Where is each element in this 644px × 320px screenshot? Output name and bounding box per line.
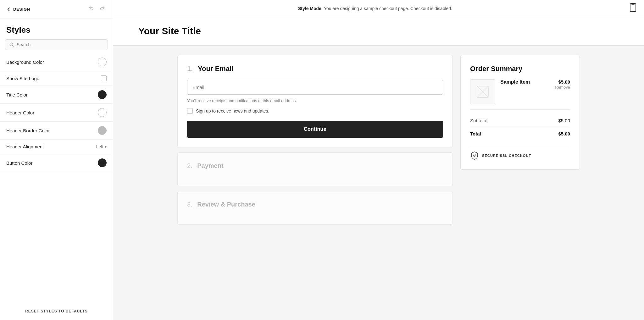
total-label: Total (470, 131, 481, 136)
styles-title: Styles (0, 19, 113, 39)
step2-title-text: Payment (197, 162, 223, 169)
signup-checkbox[interactable] (187, 108, 193, 114)
header-border-color-swatch[interactable] (98, 126, 107, 135)
chevron-down-icon: ▾ (105, 145, 107, 149)
back-arrow-icon (6, 7, 11, 12)
step1-number: 1. (187, 65, 193, 73)
item-placeholder-icon (476, 86, 489, 98)
header-color-label: Header Color (6, 110, 34, 115)
header-border-color-label: Header Border Color (6, 128, 50, 133)
step-email-title: 1. Your Email (187, 65, 443, 73)
style-items-list: Background Color Show Site Logo Title Co… (0, 53, 113, 172)
step-payment-section: 2. Payment (177, 152, 453, 186)
item-thumbnail (470, 79, 495, 104)
style-mode-desc: You are designing a sample checkout page… (324, 6, 452, 11)
signup-row: Sign up to receive news and updates. (187, 108, 443, 114)
order-item-row: Sample Item $5.00 Remove (470, 79, 570, 110)
top-bar: Style Mode You are designing a sample ch… (113, 0, 644, 17)
remove-item-button[interactable]: Remove (500, 85, 570, 90)
title-color-swatch[interactable] (98, 90, 107, 99)
ssl-shield-icon (470, 151, 479, 160)
style-item-show-site-logo[interactable]: Show Site Logo (0, 71, 113, 86)
style-mode-info: Style Mode You are designing a sample ch… (121, 6, 630, 11)
ssl-row: SECURE SSL CHECKOUT (470, 146, 570, 160)
order-card: Order Summary Sample Item $5.00 (460, 55, 580, 170)
step-review-title: 3. Review & Purchase (187, 201, 443, 208)
sidebar: DESIGN Styles (0, 0, 113, 320)
header-alignment-label: Header Alignment (6, 144, 44, 149)
subtotal-row: Subtotal $5.00 (470, 115, 570, 126)
item-name: Sample Item (500, 79, 530, 85)
style-item-header-border-color[interactable]: Header Border Color (0, 122, 113, 140)
site-title: Your Site Title (138, 26, 619, 36)
redo-button[interactable] (98, 5, 107, 14)
item-info: Sample Item $5.00 Remove (500, 79, 570, 90)
style-item-title-color[interactable]: Title Color (0, 86, 113, 104)
button-color-label: Button Color (6, 160, 32, 166)
step1-title-text: Your Email (198, 65, 233, 73)
email-input[interactable] (187, 80, 443, 95)
search-icon (9, 42, 14, 47)
order-summary-title: Order Summary (470, 65, 570, 73)
style-item-header-alignment[interactable]: Header Alignment Left ▾ (0, 140, 113, 154)
step3-title-text: Review & Purchase (197, 201, 255, 208)
continue-button[interactable]: Continue (187, 121, 443, 138)
reset-styles-button[interactable]: RESET STYLES TO DEFAULTS (6, 301, 107, 314)
show-site-logo-checkbox[interactable] (101, 75, 107, 81)
step3-number: 3. (187, 201, 192, 208)
background-color-label: Background Color (6, 59, 44, 65)
svg-point-2 (633, 10, 633, 11)
email-hint: You'll receive receipts and notification… (187, 98, 443, 103)
button-color-swatch[interactable] (98, 158, 107, 167)
total-value: $5.00 (558, 131, 570, 136)
item-price-row: Sample Item $5.00 (500, 79, 570, 85)
show-site-logo-label: Show Site Logo (6, 76, 39, 81)
sidebar-header: DESIGN (0, 0, 113, 19)
step-review-section: 3. Review & Purchase (177, 191, 453, 225)
style-mode-label: Style Mode (298, 6, 321, 11)
step-payment-title: 2. Payment (187, 162, 443, 169)
undo-icon (88, 6, 94, 11)
ssl-label: SECURE SSL CHECKOUT (482, 154, 531, 157)
redo-icon (100, 6, 105, 11)
search-input[interactable] (17, 42, 104, 47)
back-button[interactable]: DESIGN (6, 7, 30, 12)
checkout-steps: 1. Your Email You'll receive receipts an… (177, 55, 453, 225)
header-alignment-dropdown[interactable]: Left ▾ (96, 144, 107, 149)
total-row: Total $5.00 (470, 128, 570, 140)
back-label: DESIGN (13, 7, 30, 12)
checkout-content: 1. Your Email You'll receive receipts an… (158, 46, 599, 234)
header-alignment-value: Left (96, 144, 103, 149)
mobile-icon (630, 3, 636, 12)
background-color-swatch[interactable] (98, 58, 107, 66)
step2-number: 2. (187, 162, 192, 169)
style-item-button-color[interactable]: Button Color (0, 154, 113, 172)
subtotal-value: $5.00 (558, 118, 570, 123)
style-item-background-color[interactable]: Background Color (0, 53, 113, 71)
style-item-header-color[interactable]: Header Color (0, 104, 113, 122)
undo-button[interactable] (87, 5, 95, 14)
main-area: Style Mode You are designing a sample ch… (113, 0, 644, 320)
reset-styles-label: RESET STYLES TO DEFAULTS (25, 309, 88, 314)
order-summary-panel: Order Summary Sample Item $5.00 (460, 55, 580, 225)
site-header: Your Site Title (113, 17, 644, 46)
header-color-swatch[interactable] (98, 108, 107, 117)
signup-label: Sign up to receive news and updates. (196, 108, 269, 113)
step-email-section: 1. Your Email You'll receive receipts an… (177, 55, 453, 147)
subtotal-label: Subtotal (470, 118, 487, 123)
item-price: $5.00 (558, 79, 570, 85)
mobile-preview-button[interactable] (630, 3, 636, 14)
search-box[interactable] (5, 39, 108, 50)
undo-redo-group (87, 5, 107, 14)
title-color-label: Title Color (6, 92, 28, 97)
